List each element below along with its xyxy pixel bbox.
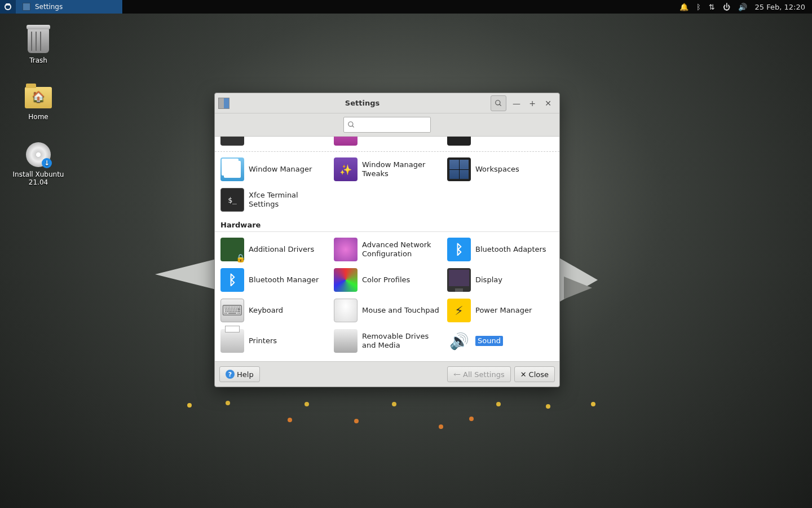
desktop-icon-trash[interactable]: Trash (10, 28, 67, 64)
settings-item[interactable] (330, 136, 444, 149)
clock[interactable]: 25 Feb, 12:20 (755, 3, 805, 11)
system-tray: 🔔 ᛒ ⇅ ⏻ 🔊 25 Feb, 12:20 (679, 3, 812, 11)
settings-item-label: Bluetooth Adapters (475, 245, 546, 254)
settings-window-icon (23, 3, 30, 11)
xfce-mouse-icon (3, 2, 12, 11)
settings-item-label: Xfce Terminal Settings (249, 191, 327, 208)
wm-tweaks-icon (334, 157, 358, 181)
settings-item-bluetooth-manager[interactable]: Bluetooth Manager (217, 265, 330, 295)
window-title: Settings (234, 99, 491, 107)
notifications-icon[interactable]: 🔔 (679, 3, 689, 11)
svg-point-3 (8, 3, 10, 6)
settings-item-label: Display (475, 275, 502, 284)
desktop-icon-home[interactable]: Home (10, 85, 67, 121)
wallpaper-dot (546, 404, 550, 409)
all-settings-label: All Settings (463, 370, 505, 379)
settings-item-additional-drivers[interactable]: Additional Drivers (217, 234, 330, 265)
all-settings-button[interactable]: 🡐 All Settings (447, 366, 511, 382)
settings-item-label: Color Profiles (362, 275, 410, 284)
taskbar-button-label: Settings (35, 3, 63, 11)
help-icon: ? (226, 370, 235, 379)
desktop-icon-install[interactable]: Install Xubuntu 21.04 (10, 142, 67, 186)
settings-item[interactable] (444, 136, 557, 149)
settings-item-display[interactable]: Display (444, 265, 557, 295)
svg-point-2 (6, 3, 8, 6)
settings-item-label: Power Manager (475, 306, 532, 315)
wallpaper-dot (591, 402, 595, 406)
removable-drive-icon (334, 329, 358, 353)
mouse-icon (334, 299, 358, 322)
volume-icon[interactable]: 🔊 (738, 3, 747, 11)
search-button[interactable] (491, 95, 506, 111)
settings-item-network-config[interactable]: Advanced Network Configuration (330, 234, 444, 265)
maximize-button[interactable]: + (524, 95, 540, 111)
bluetooth-icon[interactable]: ᛒ (696, 3, 701, 11)
settings-item-window-manager[interactable]: Window Manager (217, 154, 330, 185)
settings-item-power-manager[interactable]: Power Manager (444, 295, 557, 326)
network-icon[interactable]: ⇅ (709, 3, 715, 11)
terminal-icon (220, 188, 244, 212)
desktop-icon-label: Install Xubuntu 21.04 (13, 170, 64, 186)
settings-app-icon (218, 98, 230, 109)
close-icon: ✕ (520, 370, 527, 379)
settings-item-label: Printers (249, 336, 277, 345)
settings-item-removable-media[interactable]: Removable Drives and Media (330, 326, 444, 356)
power-icon[interactable]: ⏻ (723, 3, 730, 11)
settings-item-bluetooth-adapters[interactable]: Bluetooth Adapters (444, 234, 557, 265)
settings-window: Settings — + ✕ Window Manager Window Man… (214, 93, 560, 387)
settings-item-sound[interactable]: Sound (444, 326, 557, 356)
desktop-icon-label: Trash (29, 56, 47, 64)
whisker-menu-button[interactable] (0, 0, 16, 14)
settings-item-wm-tweaks[interactable]: Window Manager Tweaks (330, 154, 444, 185)
close-label: Close (529, 370, 549, 379)
wallpaper-dot (354, 419, 359, 423)
bluetooth-icon (220, 268, 244, 292)
wallpaper-triangle (155, 257, 223, 291)
sound-icon (447, 329, 471, 353)
button-bar: ? Help 🡐 All Settings ✕ Close (215, 362, 559, 387)
wallpaper-dot (469, 417, 474, 421)
settings-scroll-view[interactable]: Window Manager Window Manager Tweaks Wor… (215, 136, 559, 362)
search-icon (495, 99, 502, 107)
search-bar (215, 113, 559, 136)
wallpaper-dot (187, 403, 192, 408)
bluetooth-icon (447, 238, 471, 261)
window-manager-icon (220, 157, 244, 181)
settings-item-label: Window Manager Tweaks (362, 160, 440, 178)
generic-icon (447, 136, 471, 146)
settings-item-printers[interactable]: Printers (217, 326, 330, 356)
svg-line-5 (500, 104, 501, 106)
drivers-icon (220, 238, 244, 261)
settings-item-label: Mouse and Touchpad (362, 306, 439, 315)
search-input[interactable] (343, 117, 431, 133)
titlebar[interactable]: Settings — + ✕ (215, 93, 559, 113)
close-dialog-button[interactable]: ✕ Close (514, 366, 555, 382)
generic-icon (334, 136, 358, 146)
category-system: System (215, 358, 559, 362)
wallpaper-dot (392, 402, 396, 406)
back-arrow-icon: 🡐 (453, 370, 461, 379)
disc-install-icon (26, 142, 51, 167)
settings-item-label: Additional Drivers (249, 245, 314, 254)
printer-icon (220, 329, 244, 353)
wallpaper-triangle (564, 277, 592, 299)
wallpaper-dot (439, 424, 443, 429)
settings-item[interactable] (217, 136, 330, 149)
settings-item-xfce-terminal[interactable]: Xfce Terminal Settings (217, 185, 330, 215)
settings-item-color-profiles[interactable]: Color Profiles (330, 265, 444, 295)
taskbar-button-settings[interactable]: Settings (16, 0, 123, 14)
settings-item-workspaces[interactable]: Workspaces (444, 154, 557, 185)
wallpaper-dot (496, 402, 501, 406)
generic-icon (220, 136, 244, 146)
wallpaper-dot (226, 401, 230, 405)
wallpaper-dot (304, 402, 309, 406)
trash-icon (28, 28, 49, 53)
help-button[interactable]: ? Help (219, 366, 260, 382)
top-panel: Settings 🔔 ᛒ ⇅ ⏻ 🔊 25 Feb, 12:20 (0, 0, 812, 14)
settings-item-mouse-touchpad[interactable]: Mouse and Touchpad (330, 295, 444, 326)
minimize-button[interactable]: — (509, 95, 524, 111)
settings-item-label: Window Manager (249, 165, 312, 174)
close-button[interactable]: ✕ (540, 95, 556, 111)
settings-item-keyboard[interactable]: Keyboard (217, 295, 330, 326)
settings-item-label: Workspaces (475, 165, 519, 174)
